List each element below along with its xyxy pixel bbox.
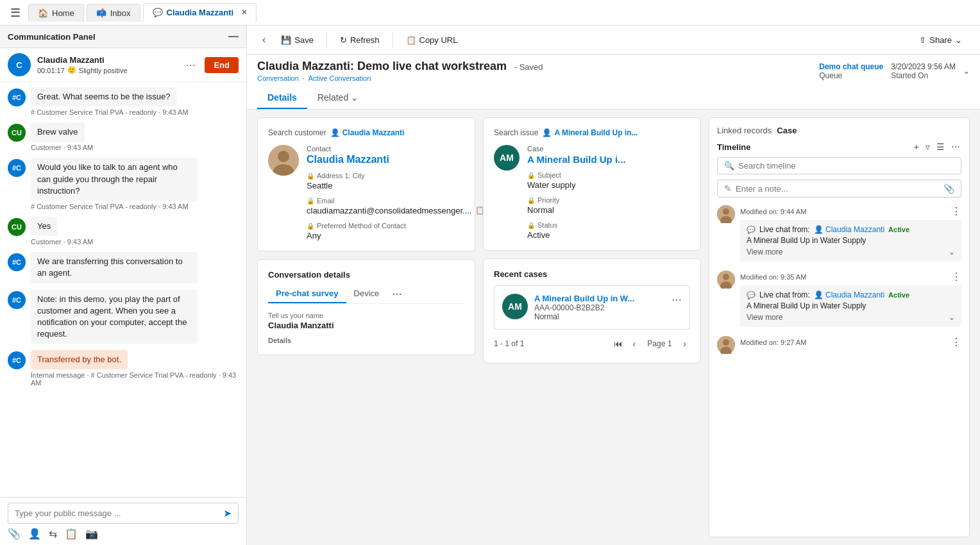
event-contact-2[interactable]: 👤 Claudia Mazzanti (814, 290, 884, 299)
recent-case-more-icon[interactable]: ⋯ (672, 294, 682, 306)
col-mid: Search issue 👤 A Mineral Build Up in... … (483, 117, 701, 537)
preferred-label: 🔒 Preferred Method of Contact (307, 222, 485, 230)
first-page-btn[interactable]: ⏮ (610, 337, 627, 350)
attachment-icon[interactable]: 📎 (943, 183, 954, 194)
priority-label: 🔒 Priority (527, 196, 626, 204)
timeline-body-3: Modified on: 9:27 AM ⋮ (740, 336, 961, 348)
contact-avatar-img (268, 145, 299, 176)
share-button[interactable]: ⇧ Share ⌄ (911, 32, 970, 48)
add-timeline-icon[interactable]: + (913, 140, 920, 153)
case-title[interactable]: A Mineral Build Up i... (527, 154, 626, 165)
copy-url-button[interactable]: 📋 Copy URL (398, 32, 466, 48)
note-icon[interactable]: 📋 (65, 528, 78, 540)
msg-row: #C Would you like to talk to an agent wh… (8, 158, 239, 201)
details-field: Details (268, 337, 464, 344)
timeline-note-row[interactable]: ✎ 📎 (717, 180, 961, 197)
search-customer-label: Search customer (268, 128, 326, 137)
recent-case-title[interactable]: A Mineral Build Up in W... (534, 294, 665, 303)
tab-close-icon[interactable]: ✕ (241, 8, 247, 17)
preferred-field: 🔒 Preferred Method of Contact Any (307, 222, 485, 240)
col-right: Linked records Case Timeline + ▿ ☰ ⋯ (709, 117, 970, 537)
recent-case-info: A Mineral Build Up in W... AAA-00000-B2B… (534, 294, 665, 321)
timeline-more-icon-3[interactable]: ⋮ (951, 336, 961, 348)
linked-records-row: Linked records Case (717, 126, 961, 135)
tab-bar: ☰ 🏠 Home 📫 Inbox 💬 Claudia Mazzanti ✕ (0, 0, 980, 26)
tab-details[interactable]: Details (257, 87, 307, 109)
screen-icon[interactable]: 📷 (85, 528, 98, 540)
chat-input-row[interactable]: ➤ (8, 503, 239, 524)
timeline-search-input[interactable] (738, 161, 954, 171)
search-row: Search customer 👤 Claudia Mazzanti (268, 128, 464, 137)
user-avatar-2: CU (8, 218, 26, 236)
tab-related[interactable]: Related ⌄ (307, 87, 369, 109)
event-contact-1[interactable]: 👤 Claudia Mazzanti (814, 225, 884, 234)
chat-event-icon-2: 💬 (747, 291, 756, 299)
transfer-icon[interactable]: ⇆ (49, 528, 57, 540)
timeline-meta-2: Modified on: 9:35 AM ⋮ (740, 271, 961, 283)
next-page-btn[interactable]: › (679, 337, 690, 350)
msg-meta: # Customer Service Trial PVA - readonly … (31, 108, 239, 116)
send-icon[interactable]: ➤ (223, 507, 232, 519)
timeline-more-icon-1[interactable]: ⋮ (951, 205, 961, 217)
time-label: 00:01:17 (37, 67, 65, 74)
back-button[interactable]: ‹ (257, 31, 271, 49)
list-timeline-icon[interactable]: ☰ (935, 140, 946, 153)
case-avatar: AM (494, 145, 520, 171)
person-icon[interactable]: 👤 (28, 528, 41, 540)
conv-tab-presurvey[interactable]: Pre-chat survey (268, 285, 346, 303)
avatar-img-3 (717, 336, 735, 354)
refresh-button[interactable]: ↻ Refresh (332, 32, 387, 48)
conv-tab-more-icon[interactable]: ⋯ (389, 285, 405, 303)
recent-case-row: AM A Mineral Build Up in W... AAA-00000-… (494, 285, 690, 330)
queue-sub: Queue (819, 71, 883, 80)
prev-page-btn[interactable]: ‹ (629, 337, 640, 350)
saved-badge: - Saved (514, 62, 543, 72)
transferred-bubble: Transferred by the bot. (31, 350, 128, 369)
msg-row: #C Note: in this demo, you play the part… (8, 290, 239, 344)
bot-avatar-4: #C (8, 291, 26, 309)
view-more-chevron-2: ⌄ (949, 313, 955, 322)
left-panel: Communication Panel — C Claudia Mazzanti… (0, 26, 247, 545)
header-chevron-icon[interactable]: ⌄ (963, 67, 970, 76)
timeline-more-icon-2[interactable]: ⋮ (951, 271, 961, 283)
conv-tab-device[interactable]: Device (346, 285, 387, 303)
case-name-link: A Mineral Build Up in... (554, 128, 638, 137)
refresh-label: Refresh (350, 35, 380, 45)
chat-toolbar: 📎 👤 ⇆ 📋 📷 (8, 524, 239, 540)
save-button[interactable]: 💾 Save (273, 32, 321, 48)
view-more-2[interactable]: View more ⌄ (747, 313, 955, 322)
tab-inbox-label: Inbox (110, 8, 131, 18)
tab-inbox[interactable]: 📫 Inbox (87, 4, 140, 22)
home-icon: 🏠 (38, 8, 48, 18)
view-more-1[interactable]: View more ⌄ (747, 247, 955, 256)
tab-claudia[interactable]: 💬 Claudia Mazzanti ✕ (143, 3, 257, 22)
timeline-avatar-2 (717, 271, 735, 289)
chat-input[interactable] (15, 508, 218, 518)
search-case-link[interactable]: 👤 A Mineral Build Up in... (542, 128, 638, 137)
status-label: 🔒 Status (527, 221, 626, 229)
chat-icon: 💬 (153, 8, 163, 17)
recent-cases-title: Recent cases (494, 269, 690, 279)
timeline-search[interactable]: 🔍 (717, 157, 961, 174)
attach-icon[interactable]: 📎 (8, 528, 21, 540)
hamburger-icon[interactable]: ☰ (5, 3, 26, 22)
end-button[interactable]: End (205, 57, 239, 73)
date-label: 3/20/2023 9:56 AM (891, 62, 956, 71)
msg-bubble: Note: in this demo, you play the part of… (31, 290, 198, 344)
contact-fullname[interactable]: Claudia Mazzanti (307, 154, 485, 165)
pencil-icon: ✎ (724, 183, 732, 194)
minimize-icon[interactable]: — (228, 31, 239, 42)
priority-value: Normal (527, 205, 626, 215)
more-timeline-icon[interactable]: ⋯ (950, 140, 961, 153)
search-customer-link[interactable]: 👤 Claudia Mazzanti (330, 128, 405, 137)
filter-timeline-icon[interactable]: ▿ (924, 140, 931, 153)
timeline-time-1: Modified on: 9:44 AM (740, 208, 806, 215)
more-options-icon[interactable]: ⋯ (183, 59, 198, 71)
note-input[interactable] (736, 184, 940, 194)
svg-point-1 (278, 151, 289, 162)
pagination-count: 1 - 1 of 1 (494, 339, 524, 348)
msg-meta: Customer · 9:43 AM (31, 144, 239, 151)
related-chevron-icon: ⌄ (351, 92, 359, 103)
comm-panel-header: Communication Panel — (0, 26, 246, 48)
tab-home[interactable]: 🏠 Home (28, 4, 84, 22)
